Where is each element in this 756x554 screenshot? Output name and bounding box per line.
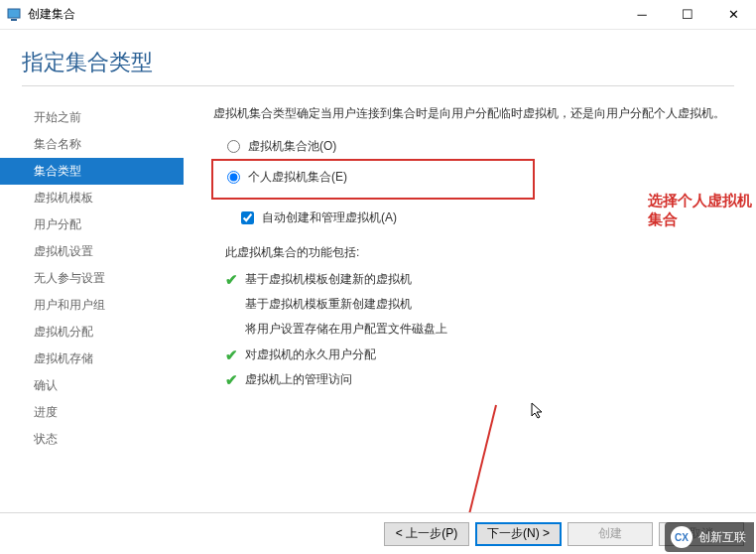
radio-pool[interactable]	[227, 140, 240, 153]
watermark-text: 创新互联	[698, 529, 746, 546]
watermark: CX 创新互联	[665, 522, 754, 552]
sidebar-step[interactable]: 集合名称	[0, 131, 184, 158]
radio-personal-row[interactable]: 个人虚拟机集合(E)	[213, 165, 394, 190]
feature-item: 将用户设置存储在用户配置文件磁盘上	[225, 317, 736, 342]
wizard-header: 指定集合类型	[0, 30, 756, 96]
feature-text: 基于虚拟机模板重新创建虚拟机	[245, 295, 412, 314]
highlight-annotation-box: 个人虚拟机集合(E)	[211, 159, 535, 200]
svg-rect-0	[8, 9, 20, 18]
feature-text: 虚拟机上的管理访问	[245, 370, 352, 389]
sidebar-step[interactable]: 虚拟机分配	[0, 319, 184, 346]
close-button[interactable]: ✕	[710, 0, 756, 30]
create-button[interactable]: 创建	[567, 522, 653, 546]
sidebar-step[interactable]: 虚拟机设置	[0, 238, 184, 265]
radio-pool-label: 虚拟机集合池(O)	[248, 138, 336, 155]
radio-personal[interactable]	[227, 171, 240, 184]
sidebar-step[interactable]: 进度	[0, 399, 184, 426]
window-controls: ─ ☐ ✕	[619, 0, 756, 30]
sidebar-step[interactable]: 无人参与设置	[0, 265, 184, 292]
feature-list: ✔基于虚拟机模板创建新的虚拟机基于虚拟机模板重新创建虚拟机将用户设置存储在用户配…	[225, 267, 736, 392]
wizard-content: 虚拟机集合类型确定当用户连接到集合时是向用户分配临时虚拟机，还是向用户分配个人虚…	[184, 96, 756, 509]
feature-text: 对虚拟机的永久用户分配	[245, 346, 376, 364]
feature-item: 基于虚拟机模板重新创建虚拟机	[225, 292, 736, 317]
sidebar-step[interactable]: 虚拟机存储	[0, 346, 184, 372]
description-text: 虚拟机集合类型确定当用户连接到集合时是向用户分配临时虚拟机，还是向用户分配个人虚…	[213, 104, 736, 122]
features-title: 此虚拟机集合的功能包括:	[225, 244, 736, 261]
svg-rect-1	[11, 19, 17, 21]
check-icon: ✔	[225, 271, 245, 289]
check-icon: ✔	[225, 346, 245, 364]
next-button[interactable]: 下一步(N) >	[475, 522, 562, 546]
sidebar-step[interactable]: 确认	[0, 372, 184, 399]
header-divider	[22, 85, 734, 86]
feature-item: ✔对虚拟机的永久用户分配	[225, 343, 736, 367]
minimize-button[interactable]: ─	[619, 0, 665, 30]
sidebar-step[interactable]: 用户和用户组	[0, 292, 184, 319]
feature-text: 将用户设置存储在用户配置文件磁盘上	[245, 320, 447, 339]
feature-text: 基于虚拟机模板创建新的虚拟机	[245, 270, 412, 289]
wizard-footer: < 上一步(P) 下一步(N) > 创建 取消	[0, 512, 756, 554]
sidebar-step[interactable]: 集合类型	[0, 158, 184, 185]
sidebar-step[interactable]: 虚拟机模板	[0, 185, 184, 211]
radio-personal-label: 个人虚拟机集合(E)	[248, 169, 347, 186]
app-icon	[6, 7, 22, 23]
auto-create-label: 自动创建和管理虚拟机(A)	[262, 209, 397, 226]
auto-create-checkbox[interactable]	[241, 211, 254, 224]
window-title: 创建集合	[28, 6, 619, 23]
radio-pool-row[interactable]: 虚拟机集合池(O)	[213, 134, 736, 159]
sidebar-step[interactable]: 开始之前	[0, 104, 184, 131]
instruction-annotation: 选择个人虚拟机集合	[648, 192, 756, 229]
page-title: 指定集合类型	[22, 48, 734, 77]
watermark-logo-icon: CX	[671, 526, 693, 548]
prev-button[interactable]: < 上一步(P)	[384, 522, 469, 546]
wizard-steps-sidebar: 开始之前集合名称集合类型虚拟机模板用户分配虚拟机设置无人参与设置用户和用户组虚拟…	[0, 96, 184, 509]
sidebar-step[interactable]: 用户分配	[0, 211, 184, 238]
titlebar: 创建集合 ─ ☐ ✕	[0, 0, 756, 30]
feature-item: ✔基于虚拟机模板创建新的虚拟机	[225, 267, 736, 292]
maximize-button[interactable]: ☐	[665, 0, 710, 30]
feature-item: ✔虚拟机上的管理访问	[225, 367, 736, 392]
sidebar-step[interactable]: 状态	[0, 426, 184, 453]
collection-type-radio-group: 虚拟机集合池(O) 个人虚拟机集合(E)	[213, 134, 736, 200]
check-icon: ✔	[225, 371, 245, 389]
